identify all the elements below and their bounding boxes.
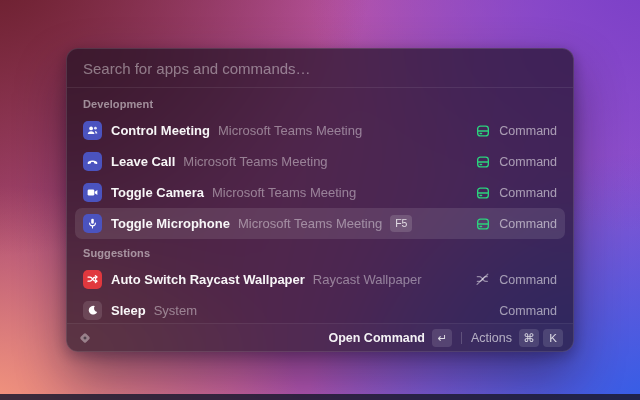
item-title: Sleep [111, 303, 146, 318]
desktop-wallpaper: Development Control Meeting Microsoft Te… [0, 0, 640, 400]
section-header-suggestions: Suggestions [75, 239, 565, 264]
list-item-toggle-microphone[interactable]: Toggle Microphone Microsoft Teams Meetin… [75, 208, 565, 239]
item-title: Leave Call [111, 154, 175, 169]
raycast-logo-icon [77, 330, 93, 346]
item-title: Control Meeting [111, 123, 210, 138]
shortcut-badge: F5 [390, 215, 412, 232]
item-type-label: Command [499, 217, 557, 231]
section-header-development: Development [75, 90, 565, 115]
list-item-control-meeting[interactable]: Control Meeting Microsoft Teams Meeting … [75, 115, 565, 146]
item-title: Toggle Microphone [111, 216, 230, 231]
item-type-label: Command [499, 273, 557, 287]
teams-people-icon [83, 121, 102, 140]
item-type-label: Command [499, 186, 557, 200]
item-title: Auto Switch Raycast Wallpaper [111, 272, 305, 287]
return-keycap: ↵ [432, 329, 452, 347]
command-type-icon [474, 184, 491, 201]
list-item-toggle-camera[interactable]: Toggle Camera Microsoft Teams Meeting Co… [75, 177, 565, 208]
search-bar [67, 49, 573, 87]
shuffle-off-icon [474, 271, 491, 288]
item-type-label: Command [499, 124, 557, 138]
cmd-keycap: ⌘ [519, 329, 539, 347]
item-subtitle: System [154, 303, 197, 318]
actions-button[interactable]: Actions ⌘ K [471, 329, 563, 347]
actions-label: Actions [471, 331, 512, 345]
footer-separator [461, 332, 462, 344]
command-type-icon [474, 122, 491, 139]
moon-icon [83, 301, 102, 320]
search-input[interactable] [83, 60, 557, 77]
command-type-icon [474, 153, 491, 170]
item-type-label: Command [499, 304, 557, 318]
item-title: Toggle Camera [111, 185, 204, 200]
open-command-button[interactable]: Open Command ↵ [328, 329, 452, 347]
item-type-label: Command [499, 155, 557, 169]
item-subtitle: Microsoft Teams Meeting [218, 123, 362, 138]
microphone-icon [83, 214, 102, 233]
results-list: Development Control Meeting Microsoft Te… [67, 88, 573, 323]
phone-hangup-icon [83, 152, 102, 171]
k-keycap: K [543, 329, 563, 347]
raycast-launcher-window: Development Control Meeting Microsoft Te… [66, 48, 574, 352]
footer-bar: Open Command ↵ Actions ⌘ K [67, 324, 573, 351]
open-command-label: Open Command [328, 331, 425, 345]
list-item-auto-switch-wallpaper[interactable]: Auto Switch Raycast Wallpaper Raycast Wa… [75, 264, 565, 295]
item-subtitle: Microsoft Teams Meeting [238, 216, 382, 231]
list-item-sleep[interactable]: Sleep System Command [75, 295, 565, 323]
command-type-icon [474, 215, 491, 232]
item-subtitle: Microsoft Teams Meeting [183, 154, 327, 169]
item-subtitle: Microsoft Teams Meeting [212, 185, 356, 200]
screen-bottom-edge [0, 394, 640, 400]
item-subtitle: Raycast Wallpaper [313, 272, 422, 287]
video-camera-icon [83, 183, 102, 202]
shuffle-icon [83, 270, 102, 289]
list-item-leave-call[interactable]: Leave Call Microsoft Teams Meeting Comma… [75, 146, 565, 177]
